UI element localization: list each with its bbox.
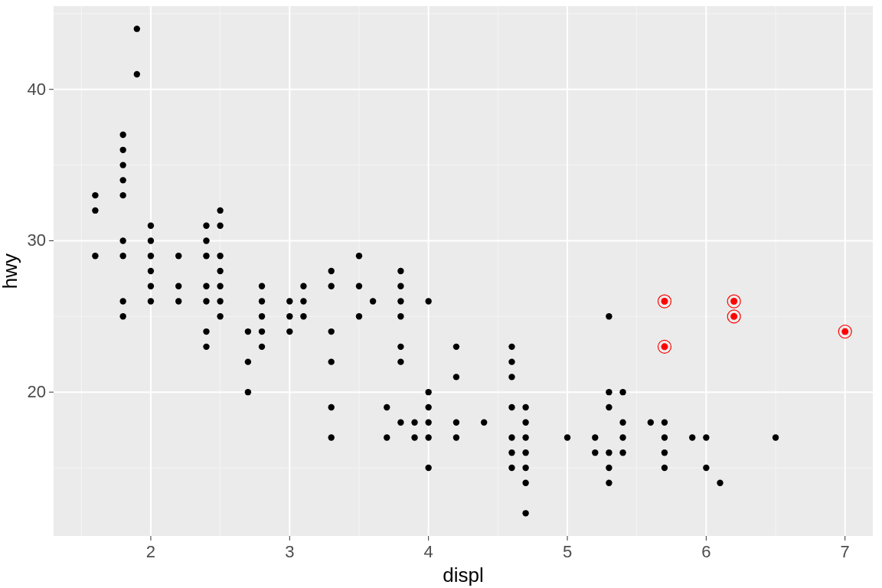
data-point	[119, 253, 126, 259]
data-point	[259, 298, 265, 304]
x-tick-label: 6	[701, 542, 710, 561]
data-point	[203, 344, 209, 350]
data-point	[175, 253, 181, 259]
y-tick-label: 30	[28, 230, 46, 250]
data-point	[481, 420, 487, 426]
data-point	[328, 328, 335, 335]
data-point	[384, 404, 390, 410]
y-axis-title: hwy	[0, 253, 21, 289]
data-point	[300, 283, 306, 289]
data-point	[119, 237, 126, 243]
data-point	[662, 465, 668, 471]
data-point	[259, 283, 265, 289]
data-point	[648, 420, 654, 426]
x-tick-label: 3	[285, 542, 294, 561]
x-axis-title: displ	[443, 564, 483, 586]
data-point	[286, 313, 292, 319]
data-point	[453, 420, 459, 426]
data-point	[259, 344, 265, 350]
data-point	[425, 420, 431, 426]
data-point	[300, 313, 306, 319]
data-point	[508, 374, 514, 380]
data-point	[148, 268, 154, 274]
data-point	[148, 237, 154, 243]
data-point	[397, 358, 403, 364]
data-point	[203, 328, 209, 335]
data-point	[508, 404, 514, 410]
data-point	[245, 328, 251, 335]
data-point	[522, 510, 528, 516]
data-point	[217, 253, 223, 259]
data-point	[328, 283, 335, 289]
data-point	[606, 389, 612, 395]
data-point	[259, 313, 265, 319]
data-point	[703, 465, 709, 471]
data-point	[384, 434, 390, 440]
data-point	[217, 298, 223, 304]
data-point	[397, 283, 403, 289]
data-point	[425, 298, 431, 304]
x-tick-label: 2	[146, 542, 155, 561]
data-point	[619, 434, 626, 440]
data-point	[508, 449, 514, 456]
data-point	[119, 132, 126, 138]
y-tick-label: 40	[28, 80, 46, 99]
data-point	[606, 404, 612, 410]
data-point	[662, 420, 668, 426]
data-point	[175, 283, 181, 289]
data-point	[411, 420, 417, 426]
data-point	[522, 465, 528, 471]
data-point	[592, 449, 598, 456]
scatter-plot: 234567203040displhwy	[0, 0, 882, 588]
y-tick-label: 20	[28, 382, 46, 401]
data-point	[217, 268, 223, 274]
data-point	[217, 313, 223, 319]
data-point	[397, 313, 403, 319]
data-point	[203, 222, 209, 228]
x-tick-label: 7	[841, 542, 850, 561]
data-point	[508, 465, 514, 471]
data-point	[453, 344, 459, 350]
data-point	[175, 298, 181, 304]
data-point	[508, 358, 514, 364]
data-point	[606, 449, 612, 456]
highlight-point	[661, 298, 668, 305]
data-point	[425, 389, 431, 395]
data-point	[508, 434, 514, 440]
data-point	[328, 434, 335, 440]
data-point	[203, 298, 209, 304]
data-point	[356, 283, 362, 289]
data-point	[397, 298, 403, 304]
data-point	[662, 449, 668, 456]
data-point	[92, 207, 98, 214]
data-point	[717, 480, 723, 486]
data-point	[119, 192, 126, 198]
data-point	[148, 253, 154, 259]
highlight-point	[730, 313, 737, 320]
data-point	[217, 283, 223, 289]
data-point	[522, 420, 528, 426]
data-point	[522, 434, 528, 440]
data-point	[619, 389, 626, 395]
data-point	[356, 253, 362, 259]
data-point	[134, 71, 140, 77]
x-tick-label: 4	[424, 542, 433, 561]
data-point	[508, 344, 514, 350]
data-point	[662, 434, 668, 440]
data-point	[328, 404, 335, 410]
data-point	[522, 404, 528, 410]
data-point	[92, 253, 98, 259]
data-point	[397, 420, 403, 426]
data-point	[522, 449, 528, 456]
highlight-point	[841, 328, 848, 335]
data-point	[606, 313, 612, 319]
data-point	[397, 344, 403, 350]
data-point	[689, 434, 695, 440]
data-point	[300, 298, 306, 304]
data-point	[328, 358, 335, 364]
data-point	[203, 237, 209, 243]
data-point	[619, 420, 626, 426]
data-point	[245, 358, 251, 364]
data-point	[703, 434, 709, 440]
data-point	[397, 268, 403, 274]
